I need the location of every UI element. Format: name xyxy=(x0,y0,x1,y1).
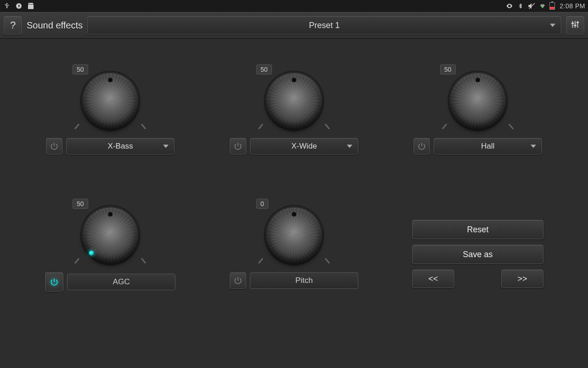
effect-label: AGC xyxy=(113,277,130,287)
knob-max-tick xyxy=(509,124,514,130)
power-icon xyxy=(50,277,59,287)
power-icon xyxy=(233,142,243,151)
next-preset-button[interactable]: >> xyxy=(501,270,543,288)
reset-button[interactable]: Reset xyxy=(412,220,543,239)
effect-select-xbass[interactable]: X-Bass xyxy=(66,138,175,155)
bluetooth-icon xyxy=(516,2,525,10)
knob-min-tick xyxy=(74,258,79,264)
effect-label: X-Wide xyxy=(291,142,317,151)
knob-hall[interactable] xyxy=(450,73,505,128)
effects-grid: 50 X-Bass 50 X-Wi xyxy=(0,39,588,310)
effect-label: X-Bass xyxy=(108,142,133,151)
chevron-down-icon xyxy=(163,145,169,148)
power-toggle-agc[interactable] xyxy=(45,272,63,292)
effect-label-agc[interactable]: AGC xyxy=(67,274,175,290)
preset-select[interactable]: Preset 1 xyxy=(87,16,561,34)
knob-max-tick xyxy=(325,258,330,264)
svg-rect-2 xyxy=(575,21,576,28)
play-store-icon xyxy=(27,2,35,10)
knob-xwide[interactable] xyxy=(266,73,322,128)
battery-icon xyxy=(549,2,555,10)
knob-agc[interactable] xyxy=(83,207,138,263)
next-label: >> xyxy=(517,274,527,284)
save-as-button[interactable]: Save as xyxy=(412,245,543,264)
power-icon xyxy=(417,142,426,151)
svg-rect-5 xyxy=(577,22,579,23)
reset-label: Reset xyxy=(467,225,488,235)
knob-min-tick xyxy=(442,124,447,130)
effect-select-hall[interactable]: Hall xyxy=(434,138,542,155)
save-as-label: Save as xyxy=(463,250,492,259)
sliders-icon xyxy=(570,19,580,31)
prev-preset-button[interactable]: << xyxy=(412,270,454,288)
help-label: ? xyxy=(10,19,16,31)
knob-xbass[interactable] xyxy=(83,73,138,128)
help-button[interactable]: ? xyxy=(4,16,22,34)
android-status-bar: 2:08 PM xyxy=(0,0,588,12)
knob-max-tick xyxy=(141,258,146,264)
knob-max-tick xyxy=(325,124,330,130)
status-time: 2:08 PM xyxy=(560,2,585,10)
power-toggle-hall[interactable] xyxy=(413,138,430,155)
knob-unit-hall: 50 Hall xyxy=(386,66,570,155)
power-toggle-xbass[interactable] xyxy=(46,138,62,155)
usb-icon xyxy=(3,2,11,10)
knob-pitch[interactable] xyxy=(266,207,322,263)
wifi-icon xyxy=(538,2,547,10)
power-toggle-xwide[interactable] xyxy=(230,138,246,155)
knob-unit-pitch: 0 Pitch xyxy=(202,201,386,292)
knob-max-tick xyxy=(141,124,146,130)
power-icon xyxy=(233,276,243,285)
effect-label-pitch[interactable]: Pitch xyxy=(250,272,358,289)
power-toggle-pitch[interactable] xyxy=(230,272,246,289)
knob-unit-xbass: 50 X-Bass xyxy=(18,66,202,155)
chevron-down-icon xyxy=(347,145,352,148)
equalizer-button[interactable] xyxy=(566,16,584,34)
power-icon xyxy=(50,142,59,151)
app-bar: ? Sound effects Preset 1 xyxy=(0,12,588,39)
knob-unit-xwide: 50 X-Wide xyxy=(202,66,386,155)
chevron-down-icon xyxy=(550,24,555,27)
eye-icon xyxy=(505,2,514,10)
svg-rect-0 xyxy=(572,21,573,28)
sync-icon xyxy=(15,2,23,10)
knob-unit-agc: 50 AGC xyxy=(18,201,202,292)
knob-min-tick xyxy=(258,124,263,130)
knob-min-tick xyxy=(74,124,79,130)
app-title: Sound effects xyxy=(27,20,83,31)
chevron-down-icon xyxy=(531,145,536,148)
effect-label: Pitch xyxy=(295,276,313,285)
svg-rect-1 xyxy=(571,23,574,24)
svg-rect-3 xyxy=(574,25,577,26)
effect-label: Hall xyxy=(481,142,494,151)
mute-icon xyxy=(527,2,536,10)
knob-min-tick xyxy=(258,258,263,264)
knob-active-led xyxy=(89,251,94,255)
action-panel: Reset Save as << >> xyxy=(412,220,543,288)
prev-label: << xyxy=(428,274,438,284)
preset-selected-label: Preset 1 xyxy=(309,21,339,30)
effect-select-xwide[interactable]: X-Wide xyxy=(250,138,358,155)
